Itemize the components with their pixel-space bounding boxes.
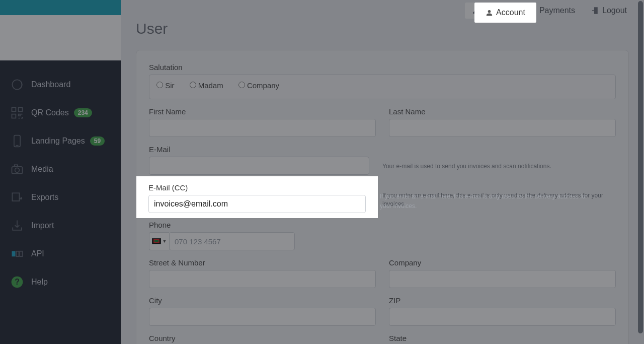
highlight-emailcc: E-Mail (CC) [136, 176, 378, 218]
phone-country-select[interactable]: ▼ [149, 232, 169, 250]
firstname-input[interactable] [149, 119, 376, 137]
company-label: Company [389, 258, 616, 267]
city-input[interactable] [149, 308, 376, 326]
dashboard-icon [10, 78, 24, 92]
salutation-label: Salutation [149, 63, 616, 72]
import-icon [10, 219, 24, 233]
city-label: City [149, 296, 376, 305]
sidebar-item-label: QR Codes [31, 108, 69, 117]
sidebar-item-dashboard[interactable]: Dashboard [0, 71, 121, 99]
svg-rect-10 [12, 193, 19, 201]
sidebar-item-exports[interactable]: Exports [0, 183, 121, 212]
sidebar-item-label: Landing Pages [31, 136, 85, 146]
topbar-accent [0, 0, 121, 15]
salutation-company-radio[interactable] [238, 82, 245, 88]
sidebar-item-label: Import [31, 221, 54, 230]
svg-rect-9 [15, 165, 18, 167]
email-label: E-Mail [149, 145, 369, 154]
sidebar: Dashboard QR Codes 234 Landing Pages 59 … [0, 60, 121, 344]
email-hint: Your e-mail is used to send you invoices… [382, 162, 616, 171]
salutation-sir-radio[interactable] [156, 82, 163, 88]
salutation-group: Sir Madam Company [149, 75, 616, 99]
api-icon [10, 247, 24, 261]
zip-label: ZIP [389, 296, 616, 305]
flag-icon [152, 238, 161, 244]
sidebar-item-help[interactable]: ? Help [0, 268, 121, 296]
salutation-madam-radio[interactable] [190, 82, 196, 88]
topmenu-logout[interactable]: Logout [584, 3, 634, 19]
sidebar-item-label: API [31, 249, 44, 258]
lastname-label: Last Name [389, 107, 616, 116]
page-title: User [136, 20, 629, 37]
qrcode-icon [10, 106, 24, 120]
street-input[interactable] [149, 270, 376, 288]
svg-rect-11 [12, 251, 16, 257]
svg-rect-4 [12, 114, 16, 118]
salutation-sir[interactable]: Sir [156, 81, 175, 90]
sidebar-item-label: Exports [31, 193, 58, 202]
company-input[interactable] [389, 270, 616, 288]
svg-rect-3 [19, 108, 23, 112]
email-input[interactable] [149, 157, 369, 175]
phone-input[interactable] [169, 232, 295, 250]
sidebar-item-import[interactable]: Import [0, 212, 121, 240]
sidebar-item-landingpages[interactable]: Landing Pages 59 [0, 127, 121, 155]
svg-text:?: ? [15, 278, 20, 286]
phone-icon [10, 134, 24, 148]
sidebar-item-qrcodes[interactable]: QR Codes 234 [0, 99, 121, 127]
lastname-input[interactable] [389, 119, 616, 137]
user-icon [486, 9, 493, 17]
salutation-company[interactable]: Company [238, 81, 279, 90]
sidebar-badge: 234 [74, 108, 92, 117]
country-label: Country [149, 334, 376, 342]
state-label: State [389, 334, 616, 342]
sidebar-item-api[interactable]: API [0, 240, 121, 268]
svg-rect-2 [12, 108, 16, 112]
logout-icon [591, 7, 599, 15]
camera-icon [10, 162, 24, 176]
svg-point-8 [15, 168, 20, 172]
svg-rect-13 [20, 251, 22, 257]
chevron-down-icon: ▼ [163, 239, 167, 244]
sidebar-badge: 59 [90, 136, 105, 146]
emailcc-hint: If you enter an e-mail here, this e-mail… [382, 191, 616, 209]
help-icon: ? [10, 275, 24, 289]
firstname-label: First Name [149, 107, 376, 116]
emailcc-label-hl: E-Mail (CC) [148, 183, 366, 192]
sidebar-item-media[interactable]: Media [0, 155, 121, 183]
phone-label: Phone [149, 221, 616, 229]
topbar-logo-area [0, 15, 121, 60]
zip-input[interactable] [389, 308, 616, 326]
sidebar-item-label: Media [31, 165, 53, 174]
highlight-account-tab[interactable]: Account [474, 3, 536, 23]
street-label: Street & Number [149, 258, 376, 267]
main: User Salutation Sir Madam Compan [121, 0, 644, 344]
scrollbar[interactable] [638, 1, 643, 333]
sidebar-item-label: Dashboard [31, 80, 70, 89]
svg-rect-12 [16, 251, 19, 257]
sidebar-item-label: Help [31, 278, 48, 287]
salutation-madam[interactable]: Madam [190, 81, 223, 90]
export-icon [10, 190, 24, 204]
emailcc-input-hl[interactable] [148, 195, 366, 213]
